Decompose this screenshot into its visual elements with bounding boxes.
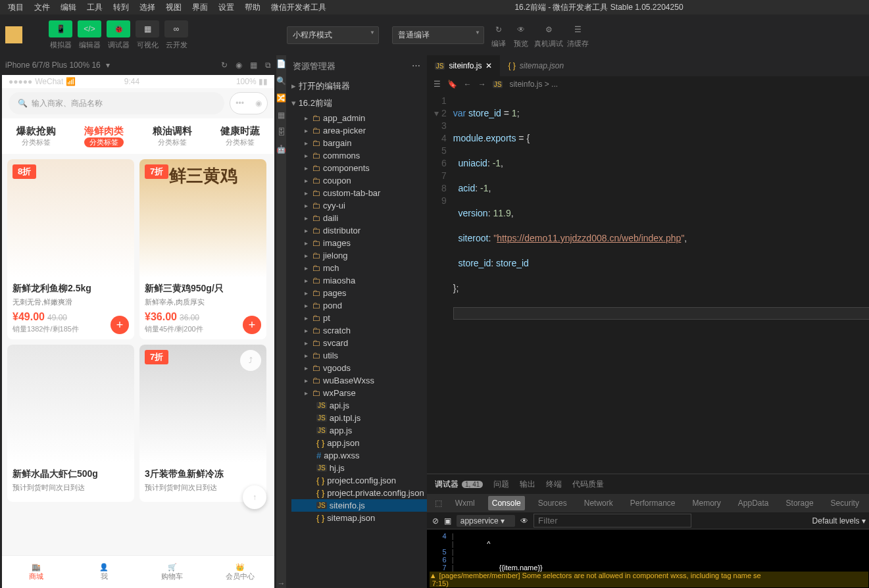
- folder-item[interactable]: 🗀 scratch: [291, 324, 427, 337]
- nav-me[interactable]: 👤我: [70, 556, 139, 588]
- folder-item[interactable]: 🗀 coupon: [291, 174, 427, 187]
- problems-tab[interactable]: 问题: [493, 479, 509, 490]
- back-icon[interactable]: ←: [464, 80, 472, 89]
- menu-item[interactable]: 编辑: [55, 1, 82, 14]
- refresh-icon[interactable]: ↻: [221, 61, 228, 70]
- more-icon[interactable]: ⋯: [412, 61, 420, 72]
- file-item[interactable]: JS hj.js: [291, 462, 427, 474]
- editor-icon[interactable]: </>: [78, 20, 101, 37]
- compile-icon[interactable]: ↻: [489, 22, 508, 37]
- preview-icon[interactable]: 👁: [512, 22, 530, 37]
- forward-icon[interactable]: →: [478, 80, 486, 89]
- product-card[interactable]: 8折 新鲜龙利鱼柳2.5kg无刺无骨,鲜嫩爽滑¥49.0049.00销量1382…: [7, 159, 134, 339]
- folder-item[interactable]: 🗀 pond: [291, 299, 427, 312]
- debugger-tab[interactable]: 调试器 1, 41: [435, 479, 484, 490]
- devtools-tab[interactable]: Performance: [626, 496, 680, 510]
- product-card[interactable]: 7折⤴ 3斤装带鱼新鲜冷冻预计到货时间次日到达: [139, 345, 266, 502]
- mode-dropdown[interactable]: 小程序模式: [287, 26, 379, 44]
- folder-item[interactable]: 🗀 app_admin: [291, 112, 427, 124]
- devtools-tab[interactable]: Wxml: [451, 496, 479, 510]
- nav-cart[interactable]: 🛒购物车: [138, 556, 207, 588]
- category-tab[interactable]: 爆款抢购分类标签: [16, 125, 56, 147]
- folder-item[interactable]: 🗀 custom-tab-bar: [291, 187, 427, 199]
- editor-tab[interactable]: { }sitemap.json: [500, 55, 572, 76]
- menu-item[interactable]: 微信开发者工具: [266, 1, 332, 14]
- menu-item[interactable]: 工具: [82, 1, 108, 14]
- devtools-tab[interactable]: Security: [827, 496, 863, 510]
- folder-item[interactable]: 🗀 commons: [291, 149, 427, 162]
- menu-item[interactable]: 帮助: [239, 1, 266, 14]
- menu-item[interactable]: 文件: [29, 1, 55, 14]
- visual-icon[interactable]: ▦: [136, 20, 159, 37]
- output-tab[interactable]: 输出: [520, 479, 535, 490]
- editor-tab[interactable]: JSsiteinfo.js✕: [427, 55, 501, 76]
- scope-dropdown[interactable]: appservice ▾: [457, 515, 515, 527]
- record-icon[interactable]: ◉: [236, 61, 242, 70]
- filter-input[interactable]: [534, 514, 691, 527]
- file-item[interactable]: JS api.tpl.js: [291, 412, 427, 424]
- nav-member[interactable]: 👑会员中心: [207, 556, 275, 588]
- menu-item[interactable]: 界面: [187, 1, 213, 14]
- back-to-top-button[interactable]: ↑: [243, 485, 266, 509]
- debugger-icon[interactable]: 🐞: [107, 20, 130, 37]
- menu-item[interactable]: 项目: [3, 1, 29, 14]
- eye-icon[interactable]: 👁: [520, 516, 528, 526]
- folder-item[interactable]: 🗀 utils: [291, 349, 427, 362]
- menu-item[interactable]: 转到: [108, 1, 134, 14]
- folder-item[interactable]: 🗀 daili: [291, 212, 427, 224]
- category-tab[interactable]: 健康时蔬分类标签: [220, 125, 260, 147]
- root-folder[interactable]: 16.2前端: [286, 95, 427, 112]
- folder-item[interactable]: 🗀 cyy-ui: [291, 199, 427, 212]
- close-icon[interactable]: ✕: [485, 61, 492, 70]
- search-input[interactable]: 🔍输入商家、商品名称: [9, 92, 224, 114]
- menu-item[interactable]: 设置: [213, 1, 239, 14]
- search-icon[interactable]: 🔍: [276, 76, 286, 86]
- extensions-icon[interactable]: ▦: [278, 110, 285, 120]
- popup-icon[interactable]: ⧉: [265, 61, 271, 70]
- file-item[interactable]: # app.wxss: [291, 449, 427, 462]
- remote-debug-icon[interactable]: ⚙: [539, 22, 558, 37]
- folder-item[interactable]: 🗀 components: [291, 162, 427, 174]
- elements-picker-icon[interactable]: ⬚: [435, 499, 442, 508]
- terminal-tab[interactable]: 终端: [546, 479, 562, 490]
- app-avatar[interactable]: [5, 26, 22, 43]
- product-card[interactable]: 鲜三黄鸡7折 新鲜三黄鸡950g/只新鲜宰杀,肉质厚实¥36.0036.00销量…: [139, 159, 266, 339]
- product-card[interactable]: 新鲜水晶大虾仁500g预计到货时间次日到达: [7, 345, 134, 502]
- devtools-tab[interactable]: Network: [580, 496, 617, 510]
- file-item[interactable]: { } app.json: [291, 437, 427, 449]
- menu-item[interactable]: 视图: [161, 1, 187, 14]
- folder-item[interactable]: 🗀 area-picker: [291, 124, 427, 137]
- cloud-icon[interactable]: ∞: [164, 20, 188, 37]
- add-to-cart-button[interactable]: +: [243, 316, 261, 334]
- folder-item[interactable]: 🗀 bargain: [291, 137, 427, 149]
- arrow-icon[interactable]: →: [278, 579, 286, 588]
- clear-cache-icon[interactable]: ☰: [569, 22, 587, 37]
- device-selector[interactable]: iPhone 6/7/8 Plus 100% 16: [5, 61, 101, 70]
- folder-item[interactable]: 🗀 distributor: [291, 224, 427, 237]
- file-item[interactable]: { } sitemap.json: [291, 512, 427, 524]
- bookmark-icon[interactable]: 🔖: [447, 80, 457, 89]
- file-item[interactable]: JS siteinfo.js: [291, 499, 427, 512]
- folder-item[interactable]: 🗀 wxParse: [291, 387, 427, 399]
- folder-item[interactable]: 🗀 wuBaseWxss: [291, 374, 427, 387]
- chevron-down-icon[interactable]: ▾: [106, 61, 110, 70]
- capsule-button[interactable]: •••◉: [230, 92, 268, 114]
- devtools-tab[interactable]: Memory: [689, 496, 725, 510]
- menu-item[interactable]: 选择: [134, 1, 161, 14]
- folder-item[interactable]: 🗀 pages: [291, 287, 427, 299]
- explorer-icon[interactable]: 📄: [276, 59, 286, 68]
- toggle-sidebar-icon[interactable]: ▣: [444, 516, 451, 526]
- open-editors-section[interactable]: 打开的编辑器: [286, 78, 427, 95]
- category-tab[interactable]: 海鲜肉类分类标签: [84, 125, 124, 147]
- folder-item[interactable]: 🗀 vgoods: [291, 362, 427, 374]
- category-tab[interactable]: 粮油调料分类标签: [153, 125, 192, 147]
- folder-item[interactable]: 🗀 pt: [291, 312, 427, 324]
- share-icon[interactable]: ⤴: [240, 350, 261, 371]
- console-output[interactable]: 4| | ^5| 6| 7| {{item.name}}▲[pages/memb…: [427, 529, 869, 588]
- file-item[interactable]: JS api.js: [291, 399, 427, 412]
- devtools-tab[interactable]: Storage: [782, 496, 818, 510]
- devtools-tab[interactable]: AppData: [734, 496, 773, 510]
- folder-item[interactable]: 🗀 jielong: [291, 249, 427, 262]
- breadcrumb[interactable]: siteinfo.js > ...: [509, 80, 558, 89]
- file-item[interactable]: JS app.js: [291, 424, 427, 437]
